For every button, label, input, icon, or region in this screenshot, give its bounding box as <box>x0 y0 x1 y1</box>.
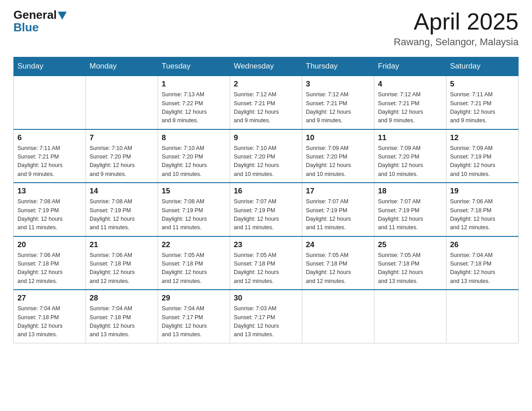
day-number: 24 <box>306 240 370 249</box>
week-row-3: 13Sunrise: 7:08 AM Sunset: 7:19 PM Dayli… <box>14 183 519 236</box>
day-info: Sunrise: 7:10 AM Sunset: 7:20 PM Dayligh… <box>234 144 298 179</box>
day-number: 11 <box>378 133 442 142</box>
day-info: Sunrise: 7:06 AM Sunset: 7:18 PM Dayligh… <box>450 197 515 232</box>
title-section: April 2025 Rawang, Selangor, Malaysia <box>394 9 519 48</box>
column-header-wednesday: Wednesday <box>230 57 302 76</box>
day-info: Sunrise: 7:10 AM Sunset: 7:20 PM Dayligh… <box>162 144 226 179</box>
day-number: 4 <box>378 80 442 89</box>
day-info: Sunrise: 7:05 AM Sunset: 7:18 PM Dayligh… <box>306 251 370 286</box>
day-info: Sunrise: 7:04 AM Sunset: 7:17 PM Dayligh… <box>162 304 226 339</box>
calendar-table: SundayMondayTuesdayWednesdayThursdayFrid… <box>13 57 519 343</box>
day-info: Sunrise: 7:11 AM Sunset: 7:21 PM Dayligh… <box>17 144 82 179</box>
day-number: 29 <box>162 294 226 303</box>
day-info: Sunrise: 7:04 AM Sunset: 7:18 PM Dayligh… <box>17 304 82 339</box>
location-text: Rawang, Selangor, Malaysia <box>394 36 519 48</box>
calendar-cell <box>374 290 446 343</box>
day-info: Sunrise: 7:05 AM Sunset: 7:18 PM Dayligh… <box>234 251 298 286</box>
day-number: 13 <box>17 187 82 196</box>
day-number: 28 <box>90 294 154 303</box>
day-info: Sunrise: 7:04 AM Sunset: 7:18 PM Dayligh… <box>90 304 154 339</box>
day-number: 1 <box>162 80 226 89</box>
calendar-cell <box>302 290 374 343</box>
calendar-header-row: SundayMondayTuesdayWednesdayThursdayFrid… <box>14 57 519 76</box>
calendar-cell: 13Sunrise: 7:08 AM Sunset: 7:19 PM Dayli… <box>14 183 86 236</box>
day-number: 18 <box>378 187 442 196</box>
calendar-cell: 4Sunrise: 7:12 AM Sunset: 7:21 PM Daylig… <box>374 76 446 129</box>
calendar-cell: 21Sunrise: 7:06 AM Sunset: 7:18 PM Dayli… <box>86 236 158 290</box>
day-info: Sunrise: 7:08 AM Sunset: 7:19 PM Dayligh… <box>17 197 82 232</box>
calendar-cell: 18Sunrise: 7:07 AM Sunset: 7:19 PM Dayli… <box>374 183 446 236</box>
day-info: Sunrise: 7:12 AM Sunset: 7:21 PM Dayligh… <box>378 90 442 125</box>
week-row-2: 6Sunrise: 7:11 AM Sunset: 7:21 PM Daylig… <box>14 129 519 183</box>
calendar-cell: 16Sunrise: 7:07 AM Sunset: 7:19 PM Dayli… <box>230 183 302 236</box>
day-number: 12 <box>450 133 515 142</box>
calendar-cell: 29Sunrise: 7:04 AM Sunset: 7:17 PM Dayli… <box>158 290 230 343</box>
day-number: 25 <box>378 240 442 249</box>
day-number: 16 <box>234 187 298 196</box>
week-row-5: 27Sunrise: 7:04 AM Sunset: 7:18 PM Dayli… <box>14 290 519 343</box>
day-info: Sunrise: 7:05 AM Sunset: 7:18 PM Dayligh… <box>162 251 226 286</box>
calendar-cell: 17Sunrise: 7:07 AM Sunset: 7:19 PM Dayli… <box>302 183 374 236</box>
day-number: 3 <box>306 80 370 89</box>
day-number: 20 <box>17 240 82 249</box>
day-number: 26 <box>450 240 515 249</box>
day-number: 7 <box>90 133 154 142</box>
column-header-thursday: Thursday <box>302 57 374 76</box>
calendar-cell: 2Sunrise: 7:12 AM Sunset: 7:21 PM Daylig… <box>230 76 302 129</box>
day-number: 6 <box>17 133 82 142</box>
day-info: Sunrise: 7:07 AM Sunset: 7:19 PM Dayligh… <box>306 197 370 232</box>
calendar-cell: 3Sunrise: 7:12 AM Sunset: 7:21 PM Daylig… <box>302 76 374 129</box>
day-info: Sunrise: 7:13 AM Sunset: 7:22 PM Dayligh… <box>162 90 226 125</box>
logo: General Blue <box>13 9 68 34</box>
day-number: 9 <box>234 133 298 142</box>
day-info: Sunrise: 7:06 AM Sunset: 7:18 PM Dayligh… <box>17 251 82 286</box>
day-info: Sunrise: 7:09 AM Sunset: 7:20 PM Dayligh… <box>306 144 370 179</box>
calendar-cell: 20Sunrise: 7:06 AM Sunset: 7:18 PM Dayli… <box>14 236 86 290</box>
day-info: Sunrise: 7:03 AM Sunset: 7:17 PM Dayligh… <box>234 304 298 339</box>
calendar-cell: 11Sunrise: 7:09 AM Sunset: 7:20 PM Dayli… <box>374 129 446 183</box>
calendar-cell: 28Sunrise: 7:04 AM Sunset: 7:18 PM Dayli… <box>86 290 158 343</box>
day-number: 21 <box>90 240 154 249</box>
calendar-cell: 24Sunrise: 7:05 AM Sunset: 7:18 PM Dayli… <box>302 236 374 290</box>
page-header: General Blue April 2025 Rawang, Selangor… <box>13 9 519 48</box>
calendar-cell: 30Sunrise: 7:03 AM Sunset: 7:17 PM Dayli… <box>230 290 302 343</box>
calendar-cell: 12Sunrise: 7:09 AM Sunset: 7:19 PM Dayli… <box>446 129 519 183</box>
calendar-cell <box>86 76 158 129</box>
day-number: 5 <box>450 80 515 89</box>
calendar-cell: 1Sunrise: 7:13 AM Sunset: 7:22 PM Daylig… <box>158 76 230 129</box>
day-number: 17 <box>306 187 370 196</box>
logo-triangle-icon <box>58 12 67 20</box>
day-info: Sunrise: 7:04 AM Sunset: 7:18 PM Dayligh… <box>450 251 515 286</box>
calendar-cell: 27Sunrise: 7:04 AM Sunset: 7:18 PM Dayli… <box>14 290 86 343</box>
day-info: Sunrise: 7:06 AM Sunset: 7:18 PM Dayligh… <box>90 251 154 286</box>
day-info: Sunrise: 7:10 AM Sunset: 7:20 PM Dayligh… <box>90 144 154 179</box>
calendar-cell: 9Sunrise: 7:10 AM Sunset: 7:20 PM Daylig… <box>230 129 302 183</box>
day-info: Sunrise: 7:11 AM Sunset: 7:21 PM Dayligh… <box>450 90 515 125</box>
day-number: 14 <box>90 187 154 196</box>
day-info: Sunrise: 7:08 AM Sunset: 7:19 PM Dayligh… <box>90 197 154 232</box>
day-number: 22 <box>162 240 226 249</box>
day-info: Sunrise: 7:09 AM Sunset: 7:20 PM Dayligh… <box>378 144 442 179</box>
day-info: Sunrise: 7:08 AM Sunset: 7:19 PM Dayligh… <box>162 197 226 232</box>
day-number: 19 <box>450 187 515 196</box>
day-info: Sunrise: 7:05 AM Sunset: 7:18 PM Dayligh… <box>378 251 442 286</box>
day-number: 23 <box>234 240 298 249</box>
calendar-cell: 15Sunrise: 7:08 AM Sunset: 7:19 PM Dayli… <box>158 183 230 236</box>
column-header-tuesday: Tuesday <box>158 57 230 76</box>
month-title: April 2025 <box>394 9 519 34</box>
day-number: 30 <box>234 294 298 303</box>
calendar-cell: 10Sunrise: 7:09 AM Sunset: 7:20 PM Dayli… <box>302 129 374 183</box>
calendar-cell: 5Sunrise: 7:11 AM Sunset: 7:21 PM Daylig… <box>446 76 519 129</box>
calendar-cell: 25Sunrise: 7:05 AM Sunset: 7:18 PM Dayli… <box>374 236 446 290</box>
day-number: 2 <box>234 80 298 89</box>
day-number: 10 <box>306 133 370 142</box>
week-row-1: 1Sunrise: 7:13 AM Sunset: 7:22 PM Daylig… <box>14 76 519 129</box>
calendar-cell: 19Sunrise: 7:06 AM Sunset: 7:18 PM Dayli… <box>446 183 519 236</box>
calendar-cell <box>446 290 519 343</box>
day-info: Sunrise: 7:12 AM Sunset: 7:21 PM Dayligh… <box>234 90 298 125</box>
column-header-friday: Friday <box>374 57 446 76</box>
day-info: Sunrise: 7:07 AM Sunset: 7:19 PM Dayligh… <box>378 197 442 232</box>
week-row-4: 20Sunrise: 7:06 AM Sunset: 7:18 PM Dayli… <box>14 236 519 290</box>
day-number: 27 <box>17 294 82 303</box>
calendar-cell <box>14 76 86 129</box>
